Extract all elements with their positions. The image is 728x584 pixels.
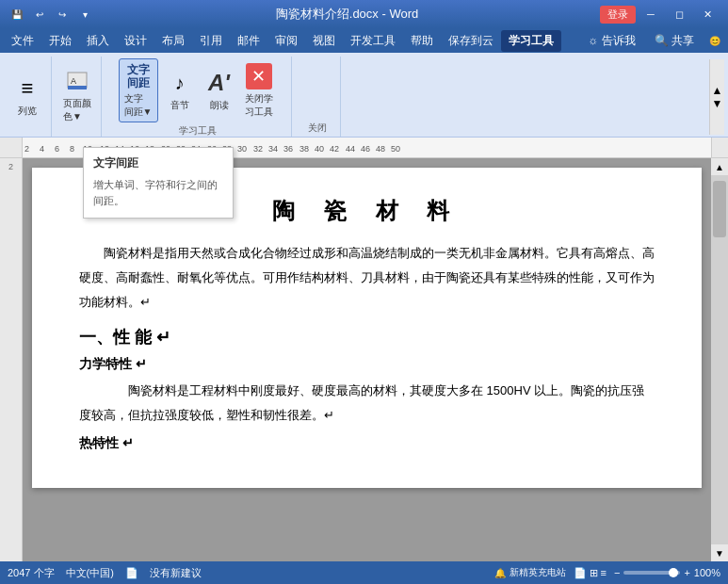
menu-review[interactable]: 审阅 [267, 30, 305, 52]
title-bar-left: 💾 ↩ ↪ ▾ [8, 5, 94, 24]
doc-para-2: 陶瓷材料是工程材料中刚度最好、硬度最高的材料，其硬度大多在 1500HV 以上。… [79, 379, 655, 428]
menu-mailings[interactable]: 邮件 [230, 30, 267, 52]
window-title: 陶瓷材料介绍.docx - Word [94, 6, 600, 23]
menu-home[interactable]: 开始 [41, 30, 79, 52]
menu-bar: 文件 开始 插入 设计 布局 引用 邮件 审阅 视图 开发工具 帮助 保存到云 … [0, 28, 728, 53]
no-suggestion: 没有新建议 [150, 566, 202, 580]
svg-text:A: A [71, 76, 76, 86]
ruler-mark-24: 50 [391, 144, 400, 154]
minimize-button[interactable]: ─ [638, 5, 664, 24]
syllable-icon: ♪ [166, 69, 194, 97]
doc-content-area[interactable]: 陶 瓷 材 料 陶瓷材料是指用天然或合成化合物经过成形和高温烧结制成的一类无机非… [23, 158, 711, 561]
dropdown-title: 文字间距 [84, 152, 233, 175]
menu-developer[interactable]: 开发工具 [343, 30, 403, 52]
text-spacing-icon: 文字 间距 [123, 62, 154, 90]
ribbon-group-learning-items: 文字 间距 文字间距▼ ♪ 音节 A' 朗读 ✕ 关闭学习工具 [119, 58, 277, 122]
ruler-corner [0, 138, 23, 158]
ribbon-group-page-color: A 页面颜色▼ [54, 57, 102, 137]
restore-button[interactable]: ◻ [666, 5, 692, 24]
ribbon-group-close-label: 关闭 [308, 120, 327, 137]
menu-tell-me[interactable]: ☼ 告诉我 [580, 30, 642, 52]
menu-design[interactable]: 设计 [117, 30, 154, 52]
ribbon-group-close: 关闭 [294, 57, 341, 137]
ruler-mark-14: 30 [237, 144, 247, 154]
ribbon-group-learning: 文字 间距 文字间距▼ ♪ 音节 A' 朗读 ✕ 关闭学习工具 [104, 57, 292, 137]
close-button[interactable]: ✕ [694, 5, 720, 24]
document-area: 2 陶 瓷 材 料 陶瓷材料是指用天然或合成化合物经过成形和高温烧结制成的一类无… [0, 158, 728, 561]
doc-heading-mechanical: 力学特性 ↵ [79, 356, 655, 373]
zoom-plus-button[interactable]: + [684, 567, 689, 578]
menu-layout[interactable]: 布局 [154, 30, 192, 52]
scroll-down-arrow[interactable]: ▼ [711, 544, 728, 561]
zoom-level: 100% [694, 567, 720, 578]
view-btn-grid[interactable]: ⊞ [590, 567, 598, 579]
quick-access-more-icon[interactable]: ▾ [75, 5, 94, 24]
ribbon-btn-text-spacing[interactable]: 文字 间距 文字间距▼ [119, 58, 158, 122]
ribbon-btn-page-color[interactable]: A 页面颜色▼ [59, 66, 95, 126]
column-view-icon: ≡ [13, 74, 41, 103]
ruler-mark-22: 46 [361, 144, 370, 154]
ribbon-group-view: ≡ 列览 [4, 57, 52, 137]
ruler-mark-1: 4 [40, 144, 44, 154]
ruler-mark-23: 48 [376, 144, 385, 154]
ruler-scroll[interactable] [711, 138, 728, 158]
title-bar: 💾 ↩ ↪ ▾ 陶瓷材料介绍.docx - Word 登录 ─ ◻ ✕ [0, 0, 728, 28]
scroll-thumb[interactable] [713, 181, 726, 237]
page-color-label: 页面颜色▼ [63, 97, 91, 123]
syllable-label: 音节 [170, 99, 189, 112]
notif-icon: 🔔 [494, 568, 506, 578]
doc-scrollbar[interactable]: ▲ ▼ [711, 158, 728, 561]
menu-view[interactable]: 视图 [305, 30, 343, 52]
close-learning-label: 关闭学习工具 [245, 92, 273, 119]
view-btn-page[interactable]: 📄 [574, 567, 587, 579]
undo-icon[interactable]: ↩ [30, 5, 49, 24]
doc-heading-performance: 一、性 能 ↵ [79, 326, 655, 349]
redo-icon[interactable]: ↪ [53, 5, 72, 24]
ruler-mark-17: 36 [283, 144, 293, 154]
text-spacing-dropdown: 文字间距 增大单词、字符和行之间的间距。 [83, 147, 234, 219]
menu-save-cloud[interactable]: 保存到云 [441, 30, 501, 52]
doc-para-1: 陶瓷材料是指用天然或合成化合物经过成形和高温烧结制成的一类无机非金属材料。它具有… [79, 241, 655, 315]
status-right: 🔔 新精英充电站 📄 ⊞ ≡ − + 100% [494, 566, 720, 579]
scroll-track[interactable] [711, 175, 728, 544]
ruler-mark-2: 6 [55, 144, 59, 154]
ribbon-scroll-right[interactable]: ▲▼ [709, 57, 724, 137]
language: 中文(中国) [66, 566, 114, 580]
zoom-control: − + 100% [614, 567, 720, 578]
ribbon-btn-close-learning[interactable]: ✕ 关闭学习工具 [241, 59, 277, 122]
zoom-thumb[interactable] [669, 568, 678, 577]
menu-insert[interactable]: 插入 [79, 30, 117, 52]
user-avatar[interactable]: 😊 [705, 31, 724, 50]
read-aloud-label: 朗读 [210, 99, 229, 112]
scroll-up-arrow[interactable]: ▲ [711, 158, 728, 175]
view-btn-outline[interactable]: ≡ [601, 567, 607, 579]
ruler-mark-18: 38 [299, 144, 309, 154]
menu-share[interactable]: 🔍 共享 [647, 30, 702, 52]
zoom-slider[interactable] [623, 571, 680, 575]
line-num-2: 2 [8, 162, 13, 171]
page-color-icon: A [64, 69, 90, 95]
ruler-mark-0: 2 [24, 144, 29, 154]
save-icon[interactable]: 💾 [8, 5, 26, 24]
ribbon-btn-column-view[interactable]: ≡ 列览 [9, 72, 45, 121]
ribbon-btn-syllable[interactable]: ♪ 音节 [162, 66, 198, 115]
ribbon-group-page-color-items: A 页面颜色▼ [59, 58, 95, 133]
notification-area: 🔔 新精英充电站 [494, 566, 566, 579]
ruler-mark-21: 44 [346, 144, 355, 154]
menu-help[interactable]: 帮助 [403, 30, 441, 52]
title-bar-controls: 登录 ─ ◻ ✕ [600, 5, 720, 24]
ruler-mark-16: 34 [268, 144, 278, 154]
menu-learning-tools[interactable]: 学习工具 [501, 30, 561, 52]
notif-label: 新精英充电站 [510, 566, 566, 579]
zoom-minus-button[interactable]: − [614, 567, 620, 578]
login-button[interactable]: 登录 [600, 6, 636, 24]
ruler-mark-3: 8 [70, 144, 74, 154]
ribbon-btn-read-aloud[interactable]: A' 朗读 [202, 66, 237, 115]
text-spacing-label: 文字间距▼ [124, 92, 153, 119]
ruler-mark-20: 42 [330, 144, 339, 154]
menu-references[interactable]: 引用 [192, 30, 230, 52]
svg-rect-1 [68, 86, 87, 89]
column-view-label: 列览 [18, 105, 37, 118]
menu-bar-right: ☼ 告诉我 🔍 共享 😊 [580, 30, 724, 52]
menu-file[interactable]: 文件 [4, 30, 41, 52]
